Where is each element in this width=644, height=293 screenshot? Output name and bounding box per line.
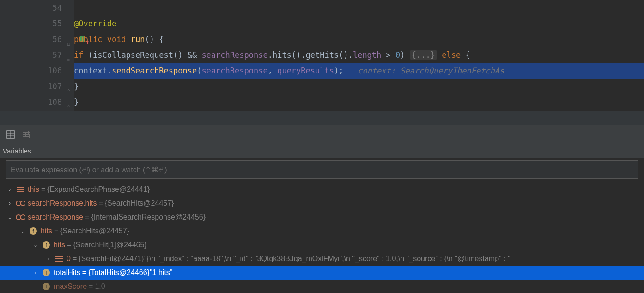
fold-icon[interactable]: ⊞: [65, 52, 70, 58]
code-line[interactable]: if (isCollapseRequest() && searchRespons…: [74, 47, 644, 63]
line-number: 106: [0, 63, 62, 79]
variable-string: "{\n "_index" : "aaaa-18",\n "_id" : "3Q…: [144, 255, 510, 263]
variables-tree[interactable]: ›this = {ExpandSearchPhase@24441}›search…: [0, 182, 644, 293]
line-number: 54: [0, 0, 62, 16]
svg-rect-7: [28, 131, 29, 134]
svg-rect-10: [17, 187, 24, 188]
variable-node[interactable]: ›searchResponse.hits = {SearchHits@24457…: [0, 196, 644, 210]
svg-point-17: [21, 215, 25, 220]
svg-rect-25: [55, 261, 63, 262]
code-line[interactable]: [74, 0, 644, 16]
variable-value: 1.0: [95, 282, 105, 291]
line-number: 108⌃: [0, 94, 62, 110]
variable-value: {ExpandSearchPhase@24441}: [47, 185, 150, 194]
variable-name: searchResponse.hits: [28, 199, 97, 208]
variable-name: maxScore: [54, 282, 87, 291]
code-line[interactable]: context.sendSearchResponse(searchRespons…: [74, 63, 644, 79]
code-line[interactable]: @Override: [74, 16, 644, 31]
token: }: [74, 82, 79, 91]
code-line[interactable]: }: [74, 79, 644, 94]
field-icon: f: [42, 268, 51, 277]
expand-chevron-icon[interactable]: ›: [6, 186, 13, 193]
line-number: 56⊟: [0, 31, 62, 47]
equals-sign: =: [82, 269, 86, 277]
token: public: [74, 35, 107, 44]
token: ): [400, 50, 409, 60]
token: }: [74, 98, 79, 107]
token: 0: [395, 50, 400, 60]
equals-sign: =: [67, 241, 71, 249]
line-number: 107⌃: [0, 79, 62, 94]
token: () {: [145, 35, 164, 44]
field-icon: f: [42, 282, 51, 291]
token: context.: [74, 66, 112, 75]
token: length: [353, 50, 381, 60]
variable-name: hits: [54, 241, 65, 249]
variable-name: 0: [67, 255, 71, 263]
equals-sign: =: [85, 213, 89, 221]
bars-icon: [55, 254, 64, 263]
fold-icon[interactable]: ⌃: [65, 84, 70, 89]
code-line[interactable]: }: [74, 94, 644, 110]
variable-name: hits: [41, 227, 52, 235]
gutter: 545556⊟57⊞106107⌃108⌃: [0, 0, 74, 111]
svg-rect-12: [17, 191, 24, 192]
debug-toolbar: [0, 125, 644, 144]
line-number: 57⊞: [0, 47, 62, 63]
token: run: [131, 35, 145, 44]
variable-name: searchResponse: [28, 213, 83, 221]
fold-icon[interactable]: ⊟: [65, 37, 70, 42]
variables-panel-title: Variables: [0, 144, 644, 158]
token: {: [461, 50, 470, 60]
token: context: SearchQueryThenFetchAs: [358, 66, 504, 75]
equals-sign: =: [54, 227, 58, 235]
token: .hits().getHits().: [268, 50, 353, 60]
variable-node[interactable]: ›ftotalHits = {TotalHits@24466} "1 hits": [0, 266, 644, 280]
expand-chevron-icon[interactable]: ›: [6, 200, 13, 207]
variable-value: {SearchHit@24471}: [79, 255, 144, 263]
token: else: [442, 50, 461, 60]
variable-node[interactable]: ›0 = {SearchHit@24471} "{\n "_index" : "…: [0, 252, 644, 266]
variables-panel: Evaluate expression (⏎) or add a watch (…: [0, 160, 644, 293]
settings-toggle-icon[interactable]: [23, 131, 32, 138]
code-line[interactable]: public void run() {: [74, 31, 644, 47]
token: queryResults: [277, 66, 334, 75]
table-view-icon[interactable]: [6, 130, 15, 139]
svg-rect-11: [17, 189, 24, 190]
svg-point-13: [16, 201, 21, 206]
token: sendSearchResponse: [112, 66, 197, 75]
svg-rect-8: [25, 133, 26, 136]
variable-string: "1 hits": [150, 269, 173, 277]
variable-node[interactable]: ⌄fhits = {SearchHits@24457}: [0, 224, 644, 238]
field-icon: f: [29, 226, 38, 236]
evaluate-expression-input[interactable]: Evaluate expression (⏎) or add a watch (…: [6, 160, 638, 179]
variable-name: totalHits: [54, 269, 80, 277]
expand-chevron-icon[interactable]: ⌄: [19, 228, 26, 234]
code-area[interactable]: @Overridepublic void run() {if (isCollap…: [74, 0, 644, 111]
equals-sign: =: [98, 199, 103, 208]
fold-icon[interactable]: ⌃: [65, 99, 70, 105]
svg-rect-24: [55, 258, 63, 259]
token: );: [334, 66, 358, 75]
svg-rect-23: [55, 256, 63, 257]
line-number: 55: [0, 16, 62, 31]
token: (: [197, 66, 201, 75]
variable-value: {InternalSearchResponse@24456}: [91, 213, 206, 221]
expand-chevron-icon[interactable]: ›: [45, 256, 52, 262]
token: {...}: [410, 50, 437, 60]
variable-node[interactable]: ⌄fhits = {SearchHit[1]@24465}: [0, 238, 644, 252]
expand-chevron-icon[interactable]: ⌄: [32, 242, 39, 248]
variable-value: {SearchHits@24457}: [105, 199, 174, 208]
code-editor[interactable]: 545556⊟57⊞106107⌃108⌃ @Overridepublic vo…: [0, 0, 644, 111]
variable-node[interactable]: ›this = {ExpandSearchPhase@24441}: [0, 183, 644, 196]
expand-chevron-icon[interactable]: ⌄: [6, 214, 13, 220]
variable-value: {TotalHits@24466}: [88, 269, 150, 277]
expand-chevron-icon[interactable]: ›: [32, 269, 39, 276]
svg-rect-6: [23, 136, 30, 137]
variable-node[interactable]: ⌄searchResponse = {InternalSearchRespons…: [0, 210, 644, 224]
token: ,: [268, 66, 277, 75]
glasses-icon: [16, 213, 25, 222]
variable-node[interactable]: fmaxScore = 1.0: [0, 280, 644, 293]
token: if: [74, 50, 88, 60]
equals-sign: =: [41, 185, 45, 194]
